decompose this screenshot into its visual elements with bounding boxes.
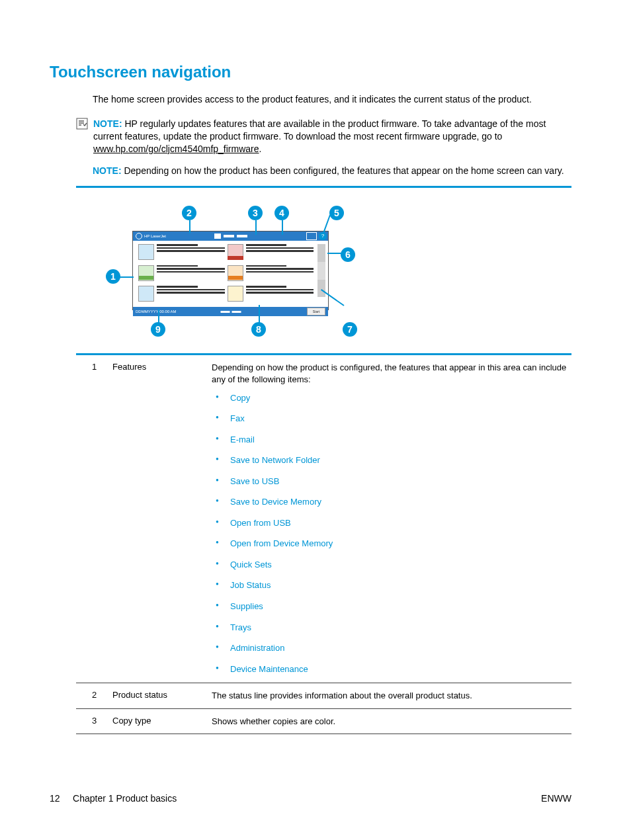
list-item: Open from USB: [212, 517, 571, 529]
note-1-text-b: .: [259, 144, 262, 154]
note-1: NOTE: HP regularly updates features that…: [76, 118, 571, 155]
header-title: HP LaserJet: [144, 234, 166, 238]
list-item: Administration: [212, 642, 571, 654]
row-desc: Shows whether copies are color.: [212, 716, 571, 728]
row-desc: The status line provides information abo…: [212, 690, 571, 702]
screen-mockup: HP LaserJet ? DDMMYYYY 00.00 AM St: [132, 231, 329, 310]
screen-header: HP LaserJet ?: [133, 231, 328, 241]
callout-2: 2: [182, 206, 196, 220]
row-label: Product status: [112, 690, 212, 702]
row-number: 1: [76, 362, 112, 676]
feature-list: Copy Fax E-mail Save to Network Folder S…: [212, 392, 571, 675]
callout-5: 5: [329, 206, 344, 220]
firmware-link[interactable]: www.hp.com/go/cljcm4540mfp_firmware: [93, 144, 259, 154]
note-2-text: Depending on how the product has been co…: [124, 165, 564, 176]
note-divider: [76, 186, 571, 188]
note-label: NOTE:: [93, 118, 122, 129]
row-desc: Depending on how the product is configur…: [212, 362, 566, 384]
language-code: ENWW: [541, 793, 571, 804]
touchscreen-diagram: 1 2 3 4 5 6 7 8 9 HP LaserJet: [106, 204, 571, 337]
feature-table: 1 Features Depending on how the product …: [76, 355, 571, 734]
callout-4: 4: [274, 206, 289, 220]
list-item: Save to USB: [212, 476, 571, 487]
list-item: Job Status: [212, 579, 571, 591]
list-item: E-mail: [212, 434, 571, 446]
row-label: Copy type: [112, 716, 212, 728]
row-label: Features: [112, 362, 212, 676]
table-row: 3 Copy type Shows whether copies are col…: [76, 709, 571, 735]
row-number: 3: [76, 716, 112, 728]
section-heading: Touchscreen navigation: [50, 63, 571, 81]
list-item: Fax: [212, 413, 571, 425]
list-item: Open from Device Memory: [212, 538, 571, 550]
feature-grid: [133, 241, 328, 307]
list-item: Device Maintenance: [212, 663, 571, 675]
screen-footer: DDMMYYYY 00.00 AM Start: [133, 307, 328, 316]
note-2: NOTE: Depending on how the product has b…: [93, 165, 571, 177]
callout-8: 8: [251, 322, 266, 337]
note-1-text-a: HP regularly updates features that are a…: [93, 118, 546, 142]
intro-paragraph: The home screen provides access to the p…: [93, 93, 571, 106]
footer-date: DDMMYYYY 00.00 AM: [136, 310, 177, 314]
hp-logo-icon: [136, 233, 142, 239]
callout-3: 3: [248, 206, 263, 220]
start-button-mock: Start: [307, 308, 325, 315]
list-item: Copy: [212, 392, 571, 404]
page-number: 12: [50, 793, 60, 804]
list-item: Trays: [212, 622, 571, 634]
table-row: 2 Product status The status line provide…: [76, 683, 571, 709]
chapter-label: Chapter 1 Product basics: [73, 793, 177, 804]
callout-9: 9: [151, 322, 165, 337]
callout-1: 1: [106, 269, 120, 284]
callout-7: 7: [343, 322, 357, 337]
note-icon: [76, 118, 91, 132]
table-row: 1 Features Depending on how the product …: [76, 355, 571, 683]
note-label: NOTE:: [93, 165, 122, 176]
row-number: 2: [76, 690, 112, 702]
callout-6: 6: [341, 247, 355, 262]
list-item: Save to Network Folder: [212, 454, 571, 466]
list-item: Quick Sets: [212, 559, 571, 571]
page-footer: 12 Chapter 1 Product basics ENWW: [50, 793, 571, 804]
list-item: Supplies: [212, 601, 571, 612]
list-item: Save to Device Memory: [212, 496, 571, 508]
